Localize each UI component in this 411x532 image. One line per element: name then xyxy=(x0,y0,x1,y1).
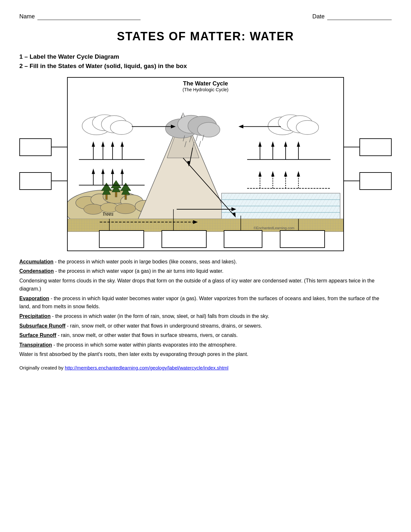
instruction-1: 1 – Label the Water Cycle Diagram xyxy=(19,52,392,62)
def-transpiration: Transpiration - the process in which som… xyxy=(19,341,392,349)
def-evaporation-text: - the process in which liquid water beco… xyxy=(19,296,379,310)
footer-prefix: Originally created by xyxy=(19,365,65,370)
name-label: Name xyxy=(19,13,35,20)
date-underline[interactable] xyxy=(327,13,392,20)
term-surface-runoff: Surface Runoff xyxy=(19,332,56,338)
left-connector-1 xyxy=(52,147,67,147)
def-precipitation: Precipitation - the process in which wat… xyxy=(19,312,392,320)
svg-point-77 xyxy=(198,122,220,137)
def-condensation: Condensation - the process in which wate… xyxy=(19,267,392,275)
right-label-box-1[interactable] xyxy=(359,138,392,156)
def-surface-runoff: Surface Runoff - rain, snow melt, or oth… xyxy=(19,331,392,340)
def-accumulation-text: - the process in which water pools in la… xyxy=(55,259,237,264)
instructions: 1 – Label the Water Cycle Diagram 2 – Fi… xyxy=(19,52,392,71)
left-label-box-2[interactable] xyxy=(19,172,52,190)
right-side-boxes xyxy=(344,138,392,190)
def-transpiration-extra: Water is first absorbed by the plant's r… xyxy=(19,350,392,359)
name-underline[interactable] xyxy=(37,13,141,20)
svg-point-73 xyxy=(110,121,133,135)
left-box-2-row xyxy=(19,172,67,190)
term-accumulation: Accumulation xyxy=(19,259,54,264)
term-subsurface-runoff: Subsurface Runoff xyxy=(19,323,65,329)
right-connector-1 xyxy=(344,147,359,147)
instruction-2: 2 – Fill in the States of Water (solid, … xyxy=(19,62,392,71)
diagram-subtitle: (The Hydrologic Cycle) xyxy=(68,87,343,92)
center-diagram: The Water Cycle (The Hydrologic Cycle) xyxy=(67,77,344,251)
date-field: Date xyxy=(312,13,392,20)
bottom-label-box-3[interactable] xyxy=(224,230,262,248)
bottom-label-box-4[interactable] xyxy=(280,230,325,248)
right-connector-2 xyxy=(344,181,359,181)
name-field: Name xyxy=(19,13,141,20)
left-label-box-1[interactable] xyxy=(19,138,52,156)
bottom-label-box-2[interactable] xyxy=(161,230,207,248)
diagram-title: The Water Cycle xyxy=(68,78,343,87)
right-box-2-row xyxy=(344,172,392,190)
def-precipitation-text: - the process in which water (in the for… xyxy=(52,313,269,319)
term-transpiration: Transpiration xyxy=(19,342,52,348)
water-cycle-svg: Trees xyxy=(68,94,343,232)
bottom-label-boxes xyxy=(68,230,343,248)
footer: Originally created by http://members.enc… xyxy=(19,365,392,370)
diagram-area: The Water Cycle (The Hydrologic Cycle) xyxy=(19,77,392,251)
def-subsurface-runoff: Subsurface Runoff - rain, snow melt, or … xyxy=(19,322,392,330)
left-box-1-row xyxy=(19,138,67,156)
term-evaporation: Evaporation xyxy=(19,296,49,301)
def-condensation-text: - the process in which water vapor (a ga… xyxy=(55,268,223,274)
term-precipitation: Precipitation xyxy=(19,313,51,319)
svg-point-11 xyxy=(84,204,103,214)
right-label-box-2[interactable] xyxy=(359,172,392,190)
def-transpiration-text: - the process in which some water within… xyxy=(54,342,237,348)
def-condensation-extra: Condensing water forms clouds in the sky… xyxy=(19,277,392,293)
def-evaporation: Evaporation - the process in which liqui… xyxy=(19,294,392,311)
footer-link[interactable]: http://members.enchantedlearning.com/geo… xyxy=(65,365,229,370)
left-side-boxes xyxy=(19,138,67,190)
date-label: Date xyxy=(312,13,325,20)
main-title: STATES OF MATTER: WATER xyxy=(19,30,392,43)
svg-text:©EnchantedLearning.com: ©EnchantedLearning.com xyxy=(254,226,294,230)
header: Name Date xyxy=(19,13,392,20)
term-condensation: Condensation xyxy=(19,268,54,274)
def-subsurface-runoff-text: - rain, snow melt, or other water that f… xyxy=(67,323,262,329)
diagram-row: The Water Cycle (The Hydrologic Cycle) xyxy=(19,77,392,251)
def-surface-runoff-text: - rain, snow melt, or other water that f… xyxy=(58,332,238,338)
right-box-1-row xyxy=(344,138,392,156)
svg-point-88 xyxy=(296,121,319,135)
svg-text:Trees: Trees xyxy=(102,212,113,217)
definitions-section: Accumulation - the process in which wate… xyxy=(19,258,392,359)
svg-point-13 xyxy=(115,203,136,214)
def-accumulation: Accumulation - the process in which wate… xyxy=(19,258,392,266)
bottom-label-box-1[interactable] xyxy=(99,230,144,248)
left-connector-2 xyxy=(52,181,67,181)
